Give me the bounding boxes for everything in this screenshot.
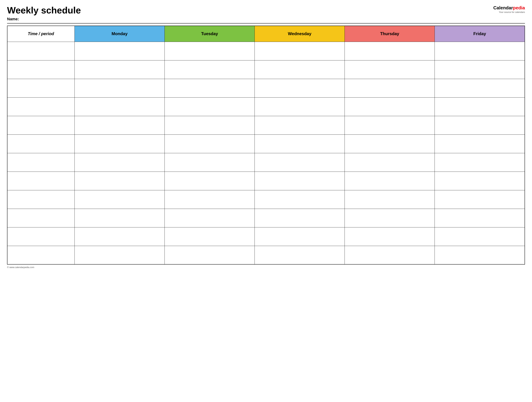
schedule-cell[interactable] (165, 60, 254, 79)
schedule-cell[interactable] (345, 79, 435, 97)
schedule-cell[interactable] (165, 153, 254, 172)
table-row[interactable] (7, 153, 525, 172)
time-cell[interactable] (7, 116, 75, 135)
schedule-cell[interactable] (254, 153, 345, 172)
logo-tagline: Your source for calendars (499, 11, 525, 13)
time-cell[interactable] (7, 79, 75, 97)
time-cell[interactable] (7, 153, 75, 172)
schedule-cell[interactable] (165, 97, 254, 116)
schedule-cell[interactable] (254, 209, 345, 227)
schedule-cell[interactable] (165, 116, 254, 135)
schedule-cell[interactable] (254, 97, 345, 116)
schedule-cell[interactable] (165, 135, 254, 153)
schedule-cell[interactable] (435, 42, 525, 60)
table-row[interactable] (7, 209, 525, 227)
schedule-cell[interactable] (75, 153, 165, 172)
time-cell[interactable] (7, 227, 75, 246)
schedule-cell[interactable] (345, 190, 435, 209)
schedule-cell[interactable] (75, 246, 165, 264)
time-cell[interactable] (7, 190, 75, 209)
time-cell[interactable] (7, 60, 75, 79)
schedule-cell[interactable] (435, 116, 525, 135)
name-label: Name: (7, 17, 81, 21)
schedule-cell[interactable] (254, 246, 345, 264)
col-header-time: Time / period (7, 26, 75, 42)
schedule-cell[interactable] (75, 42, 165, 60)
schedule-cell[interactable] (165, 246, 254, 264)
schedule-cell[interactable] (254, 135, 345, 153)
schedule-table: Time / period Monday Tuesday Wednesday T… (7, 26, 525, 265)
footer-url: © www.calendarpedia.com (7, 266, 34, 269)
footer: © www.calendarpedia.com (7, 266, 525, 269)
logo-pedia: pedia (513, 5, 525, 10)
time-cell[interactable] (7, 172, 75, 190)
schedule-cell[interactable] (165, 79, 254, 97)
schedule-cell[interactable] (435, 172, 525, 190)
schedule-cell[interactable] (75, 116, 165, 135)
schedule-cell[interactable] (165, 190, 254, 209)
schedule-cell[interactable] (75, 190, 165, 209)
table-row[interactable] (7, 79, 525, 97)
schedule-cell[interactable] (435, 97, 525, 116)
table-row[interactable] (7, 172, 525, 190)
schedule-cell[interactable] (75, 227, 165, 246)
table-row[interactable] (7, 60, 525, 79)
schedule-cell[interactable] (345, 153, 435, 172)
time-cell[interactable] (7, 246, 75, 264)
schedule-cell[interactable] (254, 60, 345, 79)
schedule-cell[interactable] (345, 116, 435, 135)
divider (7, 23, 525, 24)
schedule-cell[interactable] (435, 246, 525, 264)
schedule-cell[interactable] (75, 209, 165, 227)
schedule-cell[interactable] (345, 209, 435, 227)
title-section: Weekly schedule Name: (7, 5, 81, 21)
schedule-cell[interactable] (254, 190, 345, 209)
schedule-cell[interactable] (165, 227, 254, 246)
schedule-cell[interactable] (345, 97, 435, 116)
page-title: Weekly schedule (7, 5, 81, 15)
schedule-cell[interactable] (254, 227, 345, 246)
schedule-cell[interactable] (435, 153, 525, 172)
schedule-cell[interactable] (254, 79, 345, 97)
table-row[interactable] (7, 116, 525, 135)
schedule-cell[interactable] (75, 172, 165, 190)
time-cell[interactable] (7, 209, 75, 227)
table-row[interactable] (7, 42, 525, 60)
schedule-cell[interactable] (254, 172, 345, 190)
schedule-cell[interactable] (254, 116, 345, 135)
logo-calendar: Calendar (493, 5, 513, 10)
schedule-cell[interactable] (345, 135, 435, 153)
time-cell[interactable] (7, 97, 75, 116)
col-header-friday: Friday (435, 26, 525, 42)
schedule-cell[interactable] (435, 135, 525, 153)
schedule-cell[interactable] (345, 42, 435, 60)
table-row[interactable] (7, 190, 525, 209)
schedule-cell[interactable] (75, 60, 165, 79)
schedule-cell[interactable] (165, 172, 254, 190)
schedule-cell[interactable] (435, 190, 525, 209)
schedule-cell[interactable] (75, 97, 165, 116)
schedule-cell[interactable] (165, 209, 254, 227)
col-header-tuesday: Tuesday (165, 26, 254, 42)
schedule-cell[interactable] (254, 42, 345, 60)
schedule-cell[interactable] (435, 60, 525, 79)
table-row[interactable] (7, 246, 525, 264)
col-header-wednesday: Wednesday (254, 26, 345, 42)
schedule-cell[interactable] (75, 79, 165, 97)
table-row[interactable] (7, 135, 525, 153)
time-cell[interactable] (7, 135, 75, 153)
schedule-cell[interactable] (345, 172, 435, 190)
schedule-cell[interactable] (435, 209, 525, 227)
schedule-cell[interactable] (345, 227, 435, 246)
schedule-cell[interactable] (435, 227, 525, 246)
schedule-cell[interactable] (345, 60, 435, 79)
table-row[interactable] (7, 97, 525, 116)
table-row[interactable] (7, 227, 525, 246)
schedule-cell[interactable] (75, 135, 165, 153)
col-header-monday: Monday (75, 26, 165, 42)
time-cell[interactable] (7, 42, 75, 60)
col-header-thursday: Thursday (345, 26, 435, 42)
schedule-cell[interactable] (435, 79, 525, 97)
schedule-cell[interactable] (165, 42, 254, 60)
schedule-cell[interactable] (345, 246, 435, 264)
